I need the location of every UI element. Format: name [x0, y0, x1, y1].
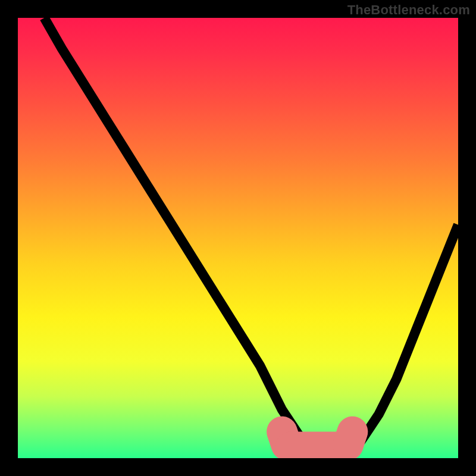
bottom-marker-right	[348, 432, 352, 445]
curve-layer	[18, 18, 458, 458]
plot-area	[18, 18, 458, 458]
chart-frame: TheBottleneck.com	[0, 0, 476, 476]
curve-left	[44, 18, 334, 458]
watermark-text: TheBottleneck.com	[347, 2, 470, 18]
